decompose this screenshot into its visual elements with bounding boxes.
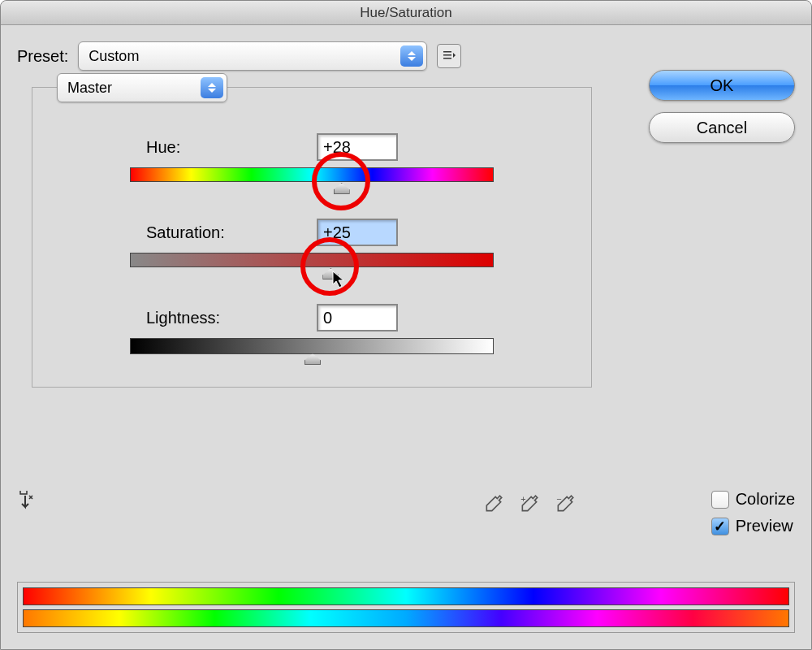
colorize-row: Colorize <box>711 490 795 509</box>
svg-text:+: + <box>520 494 525 504</box>
eyedropper-minus-icon[interactable]: − <box>555 493 576 519</box>
dropdown-arrows-icon <box>201 77 223 98</box>
preset-menu-button[interactable] <box>437 44 461 68</box>
svg-rect-1 <box>443 54 451 56</box>
channel-value: Master <box>67 80 112 97</box>
colorize-label: Colorize <box>736 490 795 509</box>
svg-text:−: − <box>556 494 561 504</box>
main-buttons: OK Cancel <box>649 70 795 143</box>
colorize-checkbox[interactable] <box>711 491 729 509</box>
eyedropper-icon[interactable] <box>483 493 504 519</box>
dialog-title: Hue/Saturation <box>1 1 811 25</box>
ok-button[interactable]: OK <box>649 70 795 101</box>
hue-label: Hue: <box>146 138 268 157</box>
hue-row: Hue: <box>57 133 567 182</box>
output-color-bar <box>23 609 789 627</box>
eyedroppers-group: + − <box>483 493 576 519</box>
dialog-content: Preset: Custom OK Cancel Master <box>1 25 811 649</box>
svg-rect-2 <box>443 58 451 59</box>
preset-value: Custom <box>89 48 139 65</box>
lightness-label: Lightness: <box>146 309 268 327</box>
cancel-button[interactable]: Cancel <box>649 112 795 143</box>
lightness-input[interactable] <box>317 304 398 332</box>
adjustment-group: Master Hue: Saturation: <box>32 87 592 388</box>
preset-label: Preset: <box>17 47 68 66</box>
hue-slider[interactable] <box>130 167 494 182</box>
preset-dropdown[interactable]: Custom <box>78 41 427 71</box>
scrubby-tool-icon[interactable] <box>17 489 41 519</box>
lightness-slider[interactable] <box>130 338 494 354</box>
hue-saturation-dialog: Hue/Saturation Preset: Custom OK Cancel … <box>0 0 812 650</box>
channel-dropdown[interactable]: Master <box>57 73 227 102</box>
preview-row: Preview <box>711 517 795 535</box>
preview-label: Preview <box>736 517 793 535</box>
svg-rect-0 <box>443 51 451 53</box>
saturation-input[interactable] <box>317 219 398 246</box>
saturation-row: Saturation: <box>57 219 567 267</box>
hue-input[interactable] <box>317 133 398 161</box>
eyedropper-plus-icon[interactable]: + <box>519 493 540 519</box>
lightness-row: Lightness: <box>57 304 567 354</box>
color-bars <box>17 582 795 633</box>
input-color-bar[interactable] <box>23 587 789 605</box>
saturation-slider[interactable] <box>130 253 494 267</box>
saturation-label: Saturation: <box>146 223 268 242</box>
options-checkboxes: Colorize Preview <box>711 490 795 535</box>
dropdown-arrows-icon <box>400 46 423 67</box>
preview-checkbox[interactable] <box>711 518 729 535</box>
preset-row: Preset: Custom <box>17 41 795 71</box>
